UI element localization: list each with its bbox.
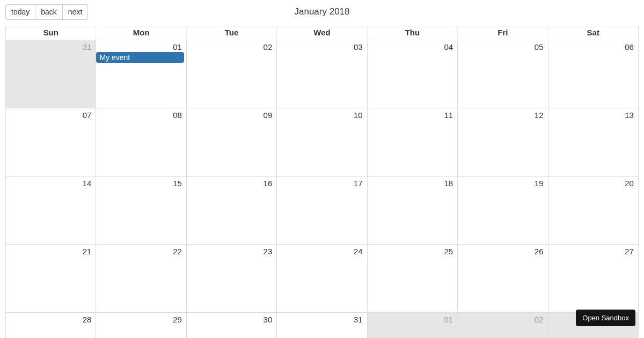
day-number: 04: [444, 42, 453, 52]
day-header: Thu: [368, 26, 458, 40]
day-number: 18: [444, 179, 453, 188]
day-number: 02: [535, 315, 544, 324]
day-cell[interactable]: 22: [96, 245, 186, 312]
day-header-row: Sun Mon Tue Wed Thu Fri Sat: [6, 26, 638, 40]
day-cell[interactable]: 21: [6, 245, 96, 312]
next-button[interactable]: next: [63, 4, 88, 20]
day-cell[interactable]: 26: [458, 245, 548, 312]
day-cell[interactable]: 06: [548, 40, 638, 108]
day-number: 20: [625, 179, 634, 188]
calendar-title: January 2018: [5, 6, 639, 17]
day-cell[interactable]: 18: [368, 177, 458, 244]
day-number: 08: [173, 111, 182, 120]
day-number: 11: [444, 111, 453, 120]
day-cell[interactable]: 14: [6, 177, 96, 244]
day-cell[interactable]: 16: [187, 177, 277, 244]
day-number: 30: [264, 315, 273, 324]
day-cell[interactable]: 23: [187, 245, 277, 312]
week-row: 21222324252627: [6, 245, 638, 313]
day-cell[interactable]: 05: [458, 40, 548, 108]
day-number: 16: [264, 179, 273, 188]
day-number: 27: [625, 247, 634, 256]
day-cell[interactable]: 12: [458, 108, 548, 176]
day-cell[interactable]: 17: [277, 177, 367, 244]
day-cell[interactable]: 01: [368, 313, 458, 338]
day-cell[interactable]: 09: [187, 108, 277, 176]
day-cell[interactable]: 07: [6, 108, 96, 176]
day-cell[interactable]: 03: [277, 40, 367, 108]
day-cell[interactable]: 31: [277, 313, 367, 338]
day-number: 12: [535, 111, 544, 120]
day-header: Sun: [6, 26, 96, 40]
day-header: Wed: [277, 26, 367, 40]
day-number: 19: [535, 179, 544, 188]
day-cell[interactable]: 24: [277, 245, 367, 312]
day-cell[interactable]: 15: [96, 177, 186, 244]
day-number: 31: [354, 315, 363, 324]
day-number: 21: [83, 247, 92, 256]
day-cell[interactable]: 27: [548, 245, 638, 312]
calendar-event[interactable]: My event: [96, 52, 184, 63]
day-number: 15: [173, 179, 182, 188]
week-row: 14151617181920: [6, 177, 638, 245]
day-cell[interactable]: 01My event: [96, 40, 186, 108]
day-number: 01: [173, 42, 182, 52]
day-cell[interactable]: 04: [368, 40, 458, 108]
day-cell[interactable]: 31: [6, 40, 96, 108]
day-number: 03: [354, 42, 363, 52]
day-number: 23: [264, 247, 273, 256]
day-header: Fri: [458, 26, 548, 40]
day-cell[interactable]: 11: [368, 108, 458, 176]
day-header: Mon: [96, 26, 186, 40]
today-button[interactable]: today: [5, 4, 35, 20]
day-number: 25: [444, 247, 453, 256]
week-row: 28293031010203: [6, 313, 638, 338]
nav-button-group: today back next: [5, 4, 88, 20]
day-number: 02: [264, 42, 273, 52]
day-cell[interactable]: 19: [458, 177, 548, 244]
day-cell[interactable]: 02: [458, 313, 548, 338]
back-button[interactable]: back: [35, 4, 63, 20]
open-sandbox-button[interactable]: Open Sandbox: [576, 310, 635, 326]
day-number: 17: [354, 179, 363, 188]
day-number: 26: [535, 247, 544, 256]
day-number: 13: [625, 111, 634, 120]
day-number: 22: [173, 247, 182, 256]
day-cell[interactable]: 25: [368, 245, 458, 312]
day-number: 28: [83, 315, 92, 324]
day-number: 06: [625, 42, 634, 52]
week-row: 07080910111213: [6, 108, 638, 177]
day-number: 24: [354, 247, 363, 256]
day-header: Tue: [187, 26, 277, 40]
week-row: 3101My event0203040506: [6, 40, 638, 108]
day-number: 07: [83, 111, 92, 120]
day-cell[interactable]: 13: [548, 108, 638, 176]
day-number: 29: [173, 315, 182, 324]
day-number: 09: [264, 111, 273, 120]
day-cell[interactable]: 30: [187, 313, 277, 338]
day-cell[interactable]: 29: [96, 313, 186, 338]
day-cell[interactable]: 20: [548, 177, 638, 244]
day-number: 10: [354, 111, 363, 120]
day-number: 31: [83, 42, 92, 52]
day-cell[interactable]: 10: [277, 108, 367, 176]
day-cell[interactable]: 02: [187, 40, 277, 108]
day-number: 14: [83, 179, 92, 188]
day-cell[interactable]: 08: [96, 108, 186, 176]
calendar-grid: Sun Mon Tue Wed Thu Fri Sat 3101My event…: [5, 26, 639, 338]
day-number: 01: [444, 315, 453, 324]
day-header: Sat: [548, 26, 638, 40]
day-number: 05: [535, 42, 544, 52]
calendar-toolbar: today back next January 2018: [5, 4, 639, 23]
day-cell[interactable]: 28: [6, 313, 96, 338]
